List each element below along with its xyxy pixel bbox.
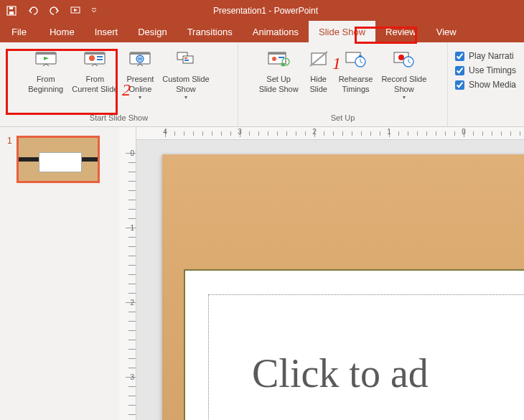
- present-online-icon: [128, 48, 151, 71]
- record-slideshow-icon: [393, 48, 416, 71]
- hide-slide-icon: [307, 48, 330, 71]
- svg-rect-17: [184, 60, 189, 61]
- vertical-ruler: 0123: [119, 127, 136, 420]
- ruler-label: 0: [462, 128, 466, 136]
- present-online-label: PresentOnline: [126, 74, 154, 94]
- svg-rect-10: [97, 59, 103, 60]
- from-beginning-icon: [34, 48, 57, 71]
- slide-thumbnails-panel: 1: [0, 127, 119, 420]
- titlebar: Presentation1 - PowerPoint: [0, 0, 524, 21]
- tab-view[interactable]: View: [426, 21, 467, 42]
- ribbon-tabs: File Home Insert Design Transitions Anim…: [0, 21, 524, 42]
- tab-file[interactable]: File: [3, 21, 39, 42]
- custom-slideshow-icon: [174, 48, 197, 71]
- slide-editor[interactable]: Click to ad: [136, 140, 524, 420]
- set-up-slideshow-label: Set UpSlide Show: [259, 74, 299, 94]
- record-slideshow-button[interactable]: Record SlideShow ▾: [377, 45, 431, 101]
- tab-transitions[interactable]: Transitions: [177, 21, 243, 42]
- from-beginning-button[interactable]: FromBeginning: [24, 45, 67, 94]
- svg-rect-21: [279, 57, 284, 58]
- ruler-label: 2: [312, 128, 317, 136]
- checkbox-input[interactable]: [455, 52, 464, 61]
- chevron-down-icon: ▾: [139, 94, 141, 101]
- chevron-down-icon: ▾: [184, 94, 187, 101]
- present-online-button[interactable]: PresentOnline ▾: [122, 45, 158, 101]
- slideshow-from-start-icon[interactable]: [69, 4, 83, 18]
- record-slideshow-label: Record SlideShow: [381, 74, 426, 94]
- window-title: Presentation1 - PowerPoint: [98, 6, 434, 16]
- group-label-start: Start Slide Show: [90, 111, 148, 126]
- svg-rect-7: [85, 52, 105, 55]
- hide-slide-button[interactable]: HideSlide: [303, 45, 334, 94]
- slide: Click to ad: [162, 154, 524, 420]
- svg-rect-16: [184, 57, 187, 59]
- show-media-label: Show Media: [469, 80, 516, 90]
- save-icon[interactable]: [4, 4, 19, 18]
- tab-home[interactable]: Home: [39, 21, 85, 42]
- svg-point-20: [272, 57, 276, 61]
- custom-slideshow-button[interactable]: Custom SlideShow ▾: [158, 45, 213, 101]
- svg-rect-19: [268, 52, 286, 55]
- svg-rect-1: [9, 11, 14, 14]
- show-media-checkbox[interactable]: Show Media: [455, 80, 516, 90]
- checkbox-input[interactable]: [455, 66, 464, 75]
- use-timings-checkbox[interactable]: Use Timings: [455, 65, 516, 75]
- setup-checkboxes: Play Narrati Use Timings Show Media: [448, 42, 522, 126]
- rehearse-timings-button[interactable]: RehearseTimings: [334, 45, 378, 94]
- group-start-slideshow: FromBeginning FromCurrent Slide PresentO…: [0, 42, 238, 126]
- rehearse-timings-label: RehearseTimings: [339, 74, 373, 94]
- svg-rect-2: [9, 7, 13, 9]
- thumbnail-number: 1: [7, 136, 12, 411]
- svg-rect-26: [359, 55, 362, 57]
- set-up-slideshow-button[interactable]: Set UpSlide Show: [255, 45, 303, 94]
- ruler-label: 0: [130, 149, 134, 157]
- undo-icon[interactable]: [26, 4, 40, 18]
- svg-rect-9: [97, 56, 103, 57]
- svg-point-8: [89, 55, 95, 61]
- group-setup: Set UpSlide Show HideSlide RehearseTimin…: [238, 42, 448, 126]
- play-narrations-label: Play Narrati: [469, 51, 514, 61]
- quick-access-toolbar: [4, 4, 98, 18]
- from-beginning-label: FromBeginning: [28, 74, 63, 94]
- chevron-down-icon: ▾: [403, 94, 406, 101]
- from-current-slide-label: FromCurrent Slide: [72, 74, 118, 94]
- canvas-wrap: 0123 43210 Click to ad: [119, 127, 524, 420]
- svg-rect-5: [36, 52, 56, 55]
- tab-insert[interactable]: Insert: [85, 21, 128, 42]
- tab-review[interactable]: Review: [375, 21, 426, 42]
- ruler-label: 2: [130, 299, 134, 307]
- qat-customize-icon[interactable]: [90, 4, 98, 18]
- tab-animations[interactable]: Animations: [243, 21, 309, 42]
- title-placeholder-text: Click to ad: [252, 350, 429, 396]
- from-current-slide-button[interactable]: FromCurrent Slide: [67, 45, 122, 94]
- tab-slideshow[interactable]: Slide Show: [309, 21, 375, 42]
- custom-slideshow-label: Custom SlideShow: [162, 74, 209, 94]
- title-placeholder[interactable]: Click to ad: [208, 294, 524, 420]
- rehearse-timings-icon: [345, 48, 368, 71]
- play-narrations-checkbox[interactable]: Play Narrati: [455, 51, 516, 61]
- ribbon: FromBeginning FromCurrent Slide PresentO…: [0, 42, 524, 127]
- ruler-label: 1: [387, 128, 391, 136]
- hide-slide-label: HideSlide: [309, 74, 327, 94]
- use-timings-label: Use Timings: [469, 65, 516, 75]
- group-label-setup: Set Up: [331, 111, 355, 126]
- tab-design[interactable]: Design: [128, 21, 177, 42]
- checkbox-input[interactable]: [455, 80, 464, 90]
- horizontal-ruler: 43210: [136, 127, 524, 140]
- redo-icon[interactable]: [47, 4, 62, 18]
- work-area: 1 0123 43210 Click to ad: [0, 127, 524, 420]
- svg-rect-12: [130, 52, 150, 55]
- svg-point-28: [398, 55, 404, 60]
- ruler-label: 4: [163, 128, 167, 136]
- set-up-slideshow-icon: [267, 48, 290, 71]
- ruler-label: 1: [130, 224, 134, 232]
- slide-thumbnail-1[interactable]: [17, 136, 100, 183]
- from-current-slide-icon: [83, 48, 106, 71]
- ruler-label: 3: [238, 128, 242, 136]
- ruler-label: 3: [130, 373, 134, 381]
